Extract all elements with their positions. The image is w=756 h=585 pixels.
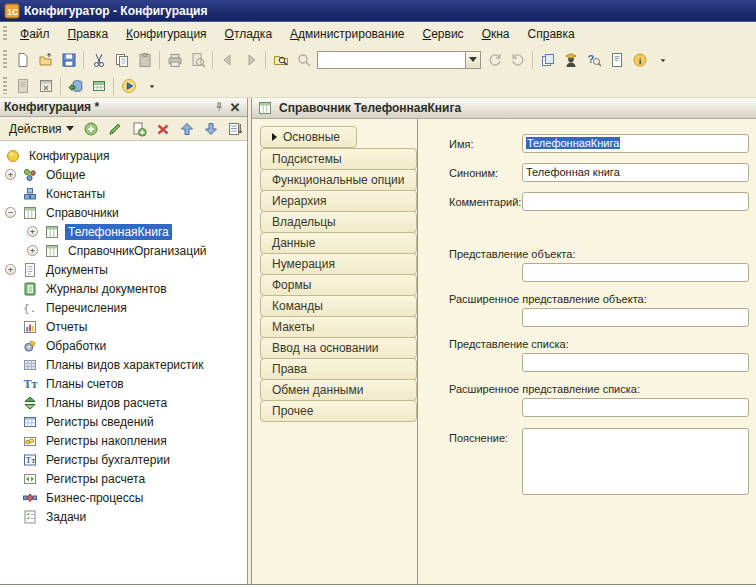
open-folder-button[interactable] (34, 49, 57, 71)
tree-item-Общие[interactable]: +Общие (0, 165, 247, 184)
save-button[interactable] (57, 49, 80, 71)
tree-item-Планы счетов[interactable]: ТтПланы счетов (0, 374, 247, 393)
menu-сервис[interactable]: Сервис (414, 24, 473, 44)
edit-button[interactable] (104, 119, 126, 139)
table-form-button[interactable] (87, 75, 110, 97)
start-debug-button[interactable] (117, 75, 140, 97)
menu-файл[interactable]: Файл (11, 24, 59, 44)
tree-item-Справочники[interactable]: −Справочники (0, 203, 247, 222)
expand-icon[interactable]: + (27, 245, 38, 256)
find-next-button[interactable] (483, 49, 506, 71)
tree-item-Перечисления[interactable]: {..}Перечисления (0, 298, 247, 317)
field-input-extended-list-presentation[interactable] (522, 398, 749, 417)
tree-item-СправочникОрганизаций[interactable]: +СправочникОрганизаций (0, 241, 247, 260)
actions-menu-button[interactable]: Действия (5, 120, 78, 138)
tree-item-Бизнес-процессы[interactable]: Бизнес-процессы (0, 488, 247, 507)
app-icon: 1C (4, 3, 19, 18)
expand-icon[interactable]: + (5, 264, 16, 275)
menu-правка[interactable]: Правка (59, 24, 118, 44)
expand-icon[interactable]: + (27, 226, 38, 237)
update-db-config-button[interactable] (64, 75, 87, 97)
copy-add-icon (131, 121, 147, 137)
tree-item-Планы видов характеристик[interactable]: Планы видов характеристик (0, 355, 247, 374)
tree-item-ТелефоннаяКнига[interactable]: +ТелефоннаяКнига (0, 222, 247, 241)
move-up-button[interactable] (176, 119, 198, 139)
copy-button[interactable] (110, 49, 133, 71)
print-preview-button[interactable] (186, 49, 209, 71)
sort-list-button[interactable] (224, 119, 246, 139)
overflow-caret-button[interactable] (651, 49, 674, 71)
back-arrow-button[interactable] (216, 49, 239, 71)
tree-item-Регистры бухгалтерии[interactable]: ТтРегистры бухгалтерии (0, 450, 247, 469)
tree-item-Отчеты[interactable]: Отчеты (0, 317, 247, 336)
service-doc-button[interactable] (605, 49, 628, 71)
tab-Формы[interactable]: Формы (260, 274, 417, 296)
tab-Подсистемы[interactable]: Подсистемы (260, 148, 417, 170)
info-button[interactable]: i (628, 49, 651, 71)
tree-item-Обработки[interactable]: Обработки (0, 336, 247, 355)
overflow-caret-button[interactable] (140, 75, 163, 97)
field-input-comment[interactable] (522, 192, 749, 211)
field-input-synonym[interactable]: Телефонная книга (522, 163, 749, 182)
cut-button[interactable] (87, 49, 110, 71)
tab-Обмен данными[interactable]: Обмен данными (260, 379, 417, 401)
tree-item-Конфигурация[interactable]: Конфигурация (0, 146, 247, 165)
field-input-object-presentation[interactable] (522, 263, 749, 282)
configuration-toolbar-grip[interactable] (3, 77, 7, 93)
move-down-button[interactable] (200, 119, 222, 139)
find-in-files-button[interactable] (269, 49, 292, 71)
tab-Данные[interactable]: Данные (260, 232, 417, 254)
tab-Ввод на основании[interactable]: Ввод на основании (260, 337, 417, 359)
menu-администрирование[interactable]: Администрирование (281, 24, 413, 44)
menubar-grip[interactable] (3, 26, 7, 43)
add-button[interactable] (80, 119, 102, 139)
find-button[interactable] (292, 49, 315, 71)
combo-dropdown-button[interactable] (465, 51, 481, 69)
field-input-extended-object-presentation[interactable] (522, 308, 749, 327)
tab-Функциональные опции[interactable]: Функциональные опции (260, 169, 417, 191)
tree-item-Планы видов расчета[interactable]: Планы видов расчета (0, 393, 247, 412)
tree-item-Регистры накопления[interactable]: Регистры накопления (0, 431, 247, 450)
tree-item-Задачи[interactable]: Задачи (0, 507, 247, 526)
tree-item-Документы[interactable]: +Документы (0, 260, 247, 279)
close-window-button[interactable] (34, 75, 57, 97)
delete-button[interactable] (152, 119, 174, 139)
doc-disabled-button[interactable] (11, 75, 34, 97)
menu-отладка[interactable]: Отладка (216, 24, 281, 44)
field-textarea-explanation[interactable] (522, 428, 749, 495)
window-pages-button[interactable] (536, 49, 559, 71)
standard-toolbar-grip[interactable] (3, 50, 7, 70)
tab-Права[interactable]: Права (260, 358, 417, 380)
tab-Макеты[interactable]: Макеты (260, 316, 417, 338)
expand-icon[interactable]: + (5, 169, 16, 180)
menu-окна[interactable]: Окна (473, 24, 519, 44)
pin-icon[interactable] (211, 100, 227, 115)
collapse-icon[interactable]: − (5, 207, 16, 218)
tab-Владельцы[interactable]: Владельцы (260, 211, 417, 233)
menu-справка[interactable]: Справка (519, 24, 584, 44)
tab-Прочее[interactable]: Прочее (260, 400, 417, 422)
tree-item-Регистры сведений[interactable]: Регистры сведений (0, 412, 247, 431)
tab-Нумерация[interactable]: Нумерация (260, 253, 417, 275)
tree-item-Константы[interactable]: Константы (0, 184, 247, 203)
field-input-list-presentation[interactable] (522, 353, 749, 372)
menu-конфигурация[interactable]: Конфигурация (117, 24, 216, 44)
tree-item-Регистры расчета[interactable]: Регистры расчета (0, 469, 247, 488)
titlebar[interactable]: 1C Конфигуратор - Конфигурация (0, 0, 756, 22)
new-document-button[interactable] (11, 49, 34, 71)
find-prev-button[interactable] (506, 49, 529, 71)
tab-Команды[interactable]: Команды (260, 295, 417, 317)
paste-button[interactable] (133, 49, 156, 71)
help-search-button[interactable]: ? (582, 49, 605, 71)
field-input-name[interactable]: ТелефоннаяКнига (522, 134, 749, 153)
search-combo-input[interactable] (317, 51, 465, 69)
copy-add-button[interactable] (128, 119, 150, 139)
syntax-check-button[interactable] (559, 49, 582, 71)
print-button[interactable] (163, 49, 186, 71)
tree-item-Журналы документов[interactable]: Журналы документов (0, 279, 247, 298)
close-icon[interactable]: ✕ (227, 100, 243, 115)
tab-Основные[interactable]: Основные (260, 126, 357, 148)
forward-arrow-button[interactable] (239, 49, 262, 71)
tab-Иерархия[interactable]: Иерархия (260, 190, 417, 212)
configuration-panel-titlebar[interactable]: Конфигурация * ✕ (0, 98, 247, 117)
